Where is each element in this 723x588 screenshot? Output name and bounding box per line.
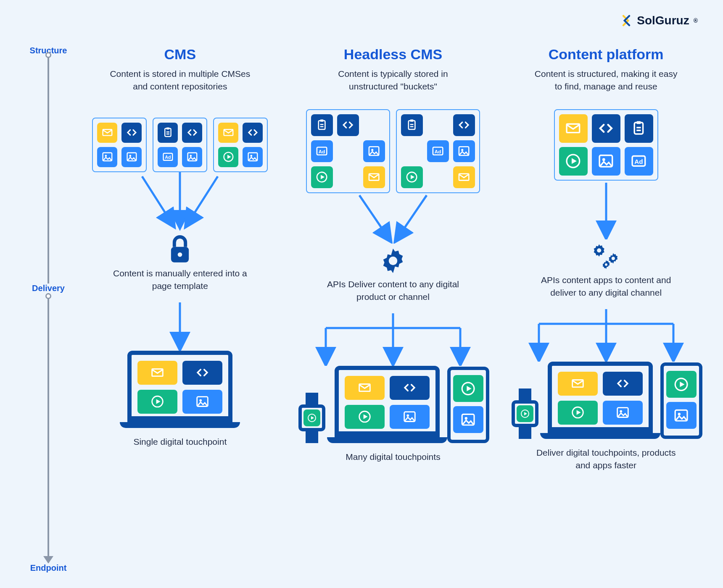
- column-headless-cms: Headless CMS Content is typically stored…: [293, 46, 493, 571]
- mail-icon: [218, 123, 238, 143]
- gears-icon: [588, 242, 624, 271]
- image-icon: [592, 147, 620, 176]
- laptop-device: [335, 366, 440, 443]
- arrows-branch-icon: [293, 311, 493, 366]
- tablet-device: [447, 367, 489, 443]
- svg-point-11: [597, 248, 601, 252]
- clipboard-icon: [401, 114, 423, 136]
- cms-repositories: [92, 101, 268, 172]
- ad-icon: [158, 147, 178, 167]
- headless-buckets: [306, 109, 480, 193]
- timeline-axis: Structure Delivery Endpoint: [25, 48, 71, 571]
- column-title: Headless CMS: [344, 46, 442, 63]
- arrows-branch-icon: [506, 307, 706, 362]
- delivery-description: Content is manually entered into a page …: [104, 267, 256, 293]
- structure-description: Content is structured, making it easy to…: [530, 68, 682, 93]
- code-icon: [337, 114, 359, 136]
- code-icon: [243, 123, 263, 143]
- column-content-platform: Content platform Content is structured, …: [506, 46, 706, 571]
- clipboard-icon: [158, 123, 178, 143]
- repository-box: [92, 118, 147, 172]
- bucket-box: [306, 109, 390, 193]
- endpoint-description: Many digital touchpoints: [346, 451, 440, 463]
- arrows-converge-icon: [293, 193, 493, 244]
- bucket-box: [396, 109, 480, 193]
- repository-box: [153, 118, 207, 172]
- laptop-device: [127, 351, 232, 428]
- brand-registered: ®: [694, 17, 698, 24]
- delivery-description: APIs content apps to content and deliver…: [530, 274, 682, 299]
- svg-point-9: [178, 252, 182, 257]
- code-icon: [603, 372, 643, 396]
- play-icon: [401, 166, 423, 188]
- image-icon: [666, 402, 697, 429]
- code-icon: [453, 114, 475, 136]
- image-icon: [453, 406, 483, 433]
- image-icon: [390, 405, 430, 429]
- mail-icon: [559, 114, 588, 143]
- arrow-down-icon: [80, 300, 280, 351]
- mail-icon: [97, 123, 117, 143]
- play-icon: [311, 166, 333, 188]
- svg-point-13: [605, 263, 607, 266]
- endpoint-devices: [510, 362, 702, 439]
- code-icon: [121, 123, 142, 143]
- endpoint-description: Deliver digital touchpoints, products an…: [530, 446, 682, 472]
- arrow-down-icon: [506, 181, 706, 239]
- brand-name: SolGuruz: [637, 14, 689, 27]
- svg-point-12: [611, 257, 615, 260]
- image-icon: [363, 140, 385, 162]
- endpoint-devices: [297, 366, 489, 443]
- timeline-label-endpoint: Endpoint: [29, 563, 69, 573]
- code-icon: [390, 376, 430, 400]
- ad-icon: [311, 140, 333, 162]
- play-icon: [517, 405, 533, 422]
- column-cms: CMS Content is stored in multiple CMSes …: [80, 46, 280, 571]
- mail-icon: [453, 166, 475, 188]
- play-icon: [559, 147, 588, 176]
- image-icon: [121, 147, 142, 167]
- image-icon: [182, 147, 202, 167]
- code-icon: [182, 361, 222, 385]
- play-icon: [453, 375, 483, 402]
- play-icon: [218, 147, 238, 167]
- endpoint-devices: [127, 351, 232, 428]
- tablet-device: [660, 362, 702, 439]
- image-icon: [97, 147, 117, 167]
- mail-icon: [558, 372, 598, 396]
- gear-icon: [378, 246, 408, 276]
- play-icon: [666, 371, 697, 398]
- clipboard-icon: [625, 114, 653, 143]
- image-icon: [182, 390, 222, 414]
- mail-icon: [363, 166, 385, 188]
- image-icon: [453, 140, 475, 162]
- brand-logo: SolGuruz®: [619, 13, 698, 28]
- timeline-label-delivery: Delivery: [30, 284, 66, 293]
- play-icon: [345, 405, 385, 429]
- column-title: Content platform: [549, 46, 664, 63]
- clipboard-icon: [311, 114, 333, 136]
- mail-icon: [345, 376, 385, 400]
- laptop-device: [548, 362, 653, 439]
- smartwatch-device: [297, 393, 327, 443]
- code-icon: [592, 114, 620, 143]
- structure-description: Content is stored in multiple CMSes and …: [104, 68, 256, 93]
- arrows-converge-icon: [80, 172, 280, 231]
- image-icon: [243, 147, 263, 167]
- content-platform-store: [554, 109, 658, 181]
- brand-mark-icon: [619, 13, 633, 28]
- play-icon: [137, 390, 177, 414]
- structure-description: Content is typically stored in unstructu…: [317, 68, 469, 93]
- structured-box: [554, 109, 658, 181]
- svg-point-10: [389, 257, 397, 265]
- column-title: CMS: [164, 46, 196, 63]
- play-icon: [303, 410, 320, 426]
- image-icon: [603, 401, 643, 425]
- play-icon: [558, 401, 598, 425]
- mail-icon: [137, 361, 177, 385]
- delivery-description: APIs Deliver content to any digital prod…: [317, 278, 469, 304]
- code-icon: [182, 123, 202, 143]
- endpoint-description: Single digital touchpoint: [133, 436, 227, 448]
- lock-icon: [166, 234, 193, 265]
- ad-icon: [625, 147, 653, 176]
